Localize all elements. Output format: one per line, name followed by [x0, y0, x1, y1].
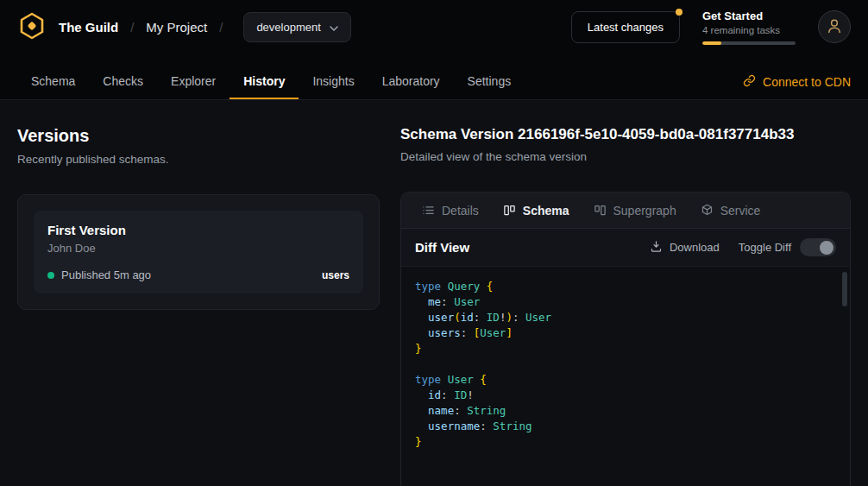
- detail-tab-service[interactable]: Service: [690, 197, 771, 224]
- connect-to-cdn-button[interactable]: Connect to CDN: [743, 65, 851, 99]
- detail-tab-label: Details: [442, 204, 479, 218]
- code-line: user(id: ID!): User: [415, 310, 836, 325]
- user-avatar[interactable]: [818, 10, 851, 43]
- link-icon: [743, 74, 756, 90]
- toggle-diff-control: Toggle Diff: [739, 238, 836, 256]
- versions-subtitle: Recently published schemas.: [17, 153, 380, 166]
- latest-changes-button[interactable]: Latest changes: [571, 11, 680, 43]
- top-bar-actions: Latest changes Get Started 4 remaining t…: [571, 9, 851, 45]
- tab-checks[interactable]: Checks: [89, 65, 157, 99]
- scrollbar-thumb[interactable]: [842, 272, 847, 306]
- code-line: id: ID!: [415, 388, 836, 403]
- get-started-title: Get Started: [702, 9, 796, 22]
- supergraph-icon: [594, 204, 607, 217]
- download-button[interactable]: Download: [650, 240, 720, 256]
- schema-version-title: Schema Version 2166196f-5e10-4059-bd0a-0…: [400, 126, 851, 143]
- code-line: me: User: [415, 294, 836, 310]
- breadcrumb: The Guild / My Project / development: [17, 11, 351, 43]
- service-badge: users: [322, 269, 349, 281]
- detail-tab-label: Schema: [523, 204, 569, 218]
- detail-tab-details[interactable]: Details: [412, 197, 489, 224]
- get-started-progress-fill: [702, 41, 721, 45]
- tab-settings[interactable]: Settings: [454, 65, 525, 99]
- toggle-knob: [820, 241, 833, 255]
- diff-view-title: Diff View: [415, 240, 469, 255]
- get-started-widget[interactable]: Get Started 4 remaining tasks: [702, 9, 796, 45]
- code-line: name: String: [415, 403, 836, 419]
- environment-selector[interactable]: development: [243, 12, 350, 42]
- detail-tab-supergraph[interactable]: Supergraph: [583, 197, 687, 224]
- list-icon: [422, 204, 435, 217]
- code-line: users: [User]: [415, 325, 836, 341]
- get-started-subtitle: 4 remaining tasks: [702, 25, 796, 35]
- code-block: type Query { me: User user(id: ID!): Use…: [415, 279, 836, 450]
- schema-icon: [503, 204, 516, 217]
- code-line: type Query {: [415, 279, 836, 294]
- cube-icon: [701, 204, 714, 217]
- tab-explorer[interactable]: Explorer: [157, 65, 230, 99]
- notification-dot: [676, 9, 682, 16]
- tab-schema[interactable]: Schema: [17, 65, 89, 99]
- breadcrumb-separator: /: [130, 20, 134, 35]
- diff-actions: Download Toggle Diff: [650, 238, 836, 256]
- top-bar: The Guild / My Project / development Lat…: [0, 0, 868, 54]
- detail-tab-label: Supergraph: [613, 204, 676, 218]
- code-line: username: String: [415, 419, 836, 434]
- detail-tab-schema[interactable]: Schema: [493, 197, 580, 224]
- schema-version-subtitle: Detailed view of the schema version: [400, 150, 851, 163]
- download-label: Download: [670, 241, 720, 254]
- schema-detail-card: Details Schema Supergraph: [400, 192, 851, 486]
- code-line: [415, 357, 836, 372]
- version-list-item[interactable]: First Version John Doe Published 5m ago …: [34, 211, 363, 293]
- version-status: Published 5m ago: [61, 268, 151, 281]
- detail-tab-label: Service: [720, 204, 761, 218]
- main-nav: Schema Checks Explorer History Insights …: [0, 54, 868, 100]
- diff-view-header: Diff View Download Toggle Diff: [401, 229, 850, 267]
- version-detail-panel: Schema Version 2166196f-5e10-4059-bd0a-0…: [400, 126, 851, 486]
- toggle-diff-switch[interactable]: [800, 238, 836, 256]
- tab-history[interactable]: History: [230, 65, 299, 99]
- versions-panel: Versions Recently published schemas. Fir…: [17, 126, 380, 486]
- code-line: type User {: [415, 372, 836, 388]
- tab-insights[interactable]: Insights: [299, 65, 368, 99]
- main-content: Versions Recently published schemas. Fir…: [0, 100, 868, 486]
- environment-selector-value: development: [256, 21, 320, 34]
- download-icon: [650, 240, 663, 256]
- connect-to-cdn-label: Connect to CDN: [763, 75, 851, 89]
- version-author: John Doe: [47, 242, 349, 255]
- code-line: }: [415, 434, 836, 450]
- version-name: First Version: [47, 223, 349, 237]
- project-name[interactable]: My Project: [146, 20, 207, 35]
- person-icon: [826, 17, 843, 37]
- breadcrumb-separator: /: [219, 20, 223, 35]
- chevron-down-icon: [330, 21, 338, 34]
- org-name[interactable]: The Guild: [59, 20, 118, 35]
- code-line: }: [415, 341, 836, 357]
- published-dot-icon: [47, 272, 54, 279]
- get-started-progressbar: [702, 41, 796, 45]
- versions-title: Versions: [17, 126, 380, 146]
- version-meta-row: Published 5m ago users: [47, 268, 349, 281]
- hive-logo-icon[interactable]: [17, 11, 47, 43]
- tab-laboratory[interactable]: Laboratory: [368, 65, 454, 99]
- latest-changes-label: Latest changes: [588, 21, 664, 34]
- toggle-diff-label: Toggle Diff: [739, 241, 791, 254]
- schema-code-viewer[interactable]: type Query { me: User user(id: ID!): Use…: [401, 267, 850, 486]
- versions-list: First Version John Doe Published 5m ago …: [17, 194, 380, 310]
- detail-tabs: Details Schema Supergraph: [401, 193, 850, 229]
